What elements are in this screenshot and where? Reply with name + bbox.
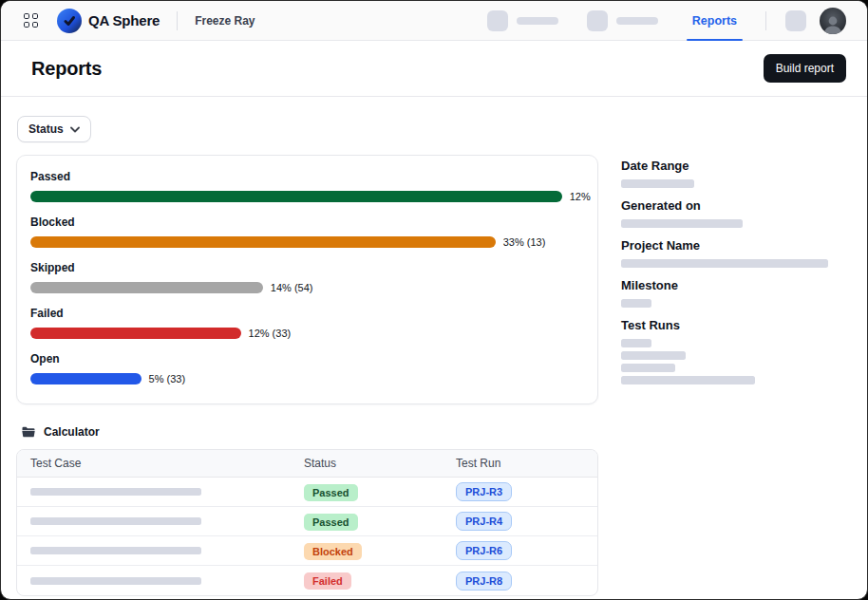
nav-placeholder-label bbox=[517, 17, 558, 25]
chart-bar-passed bbox=[30, 191, 562, 202]
navbar-divider bbox=[765, 11, 766, 30]
nav-placeholder-item[interactable] bbox=[587, 10, 658, 31]
status-filter-label: Status bbox=[28, 122, 64, 136]
active-tab-underline bbox=[687, 39, 743, 42]
detail-label: Milestone bbox=[621, 278, 852, 292]
app-window: QA Sphere Freeze Ray Reports bbox=[0, 0, 868, 600]
status-badge: Failed bbox=[304, 572, 351, 590]
placeholder-value bbox=[621, 364, 675, 372]
table-row: Failed PRJ-R8 bbox=[17, 566, 597, 595]
nav-placeholder-button[interactable] bbox=[785, 10, 806, 31]
chart-value-label: 5% (33) bbox=[149, 373, 186, 384]
detail-section-generated-on: Generated on bbox=[621, 198, 852, 228]
detail-label: Test Runs bbox=[621, 318, 852, 332]
status-badge: Passed bbox=[304, 514, 358, 531]
test-run-link[interactable]: PRJ-R8 bbox=[456, 572, 512, 591]
project-name[interactable]: Freeze Ray bbox=[195, 14, 255, 28]
qa-sphere-logo-icon[interactable] bbox=[57, 9, 82, 33]
nav-placeholder-icon bbox=[487, 10, 508, 31]
column-header-test-case: Test Case bbox=[30, 457, 304, 470]
user-avatar[interactable] bbox=[820, 8, 846, 34]
page-title: Reports bbox=[31, 58, 102, 80]
chart-category-label: Blocked bbox=[30, 216, 584, 229]
status-badge: Blocked bbox=[304, 543, 362, 560]
test-case-placeholder bbox=[30, 488, 201, 496]
table-row: Blocked PRJ-R6 bbox=[17, 536, 597, 566]
page-header: Reports Build report bbox=[1, 41, 867, 97]
chart-bar-group: Passed 12% bbox=[30, 170, 584, 202]
detail-label: Date Range bbox=[621, 159, 852, 173]
placeholder-value bbox=[621, 219, 743, 228]
placeholder-value bbox=[621, 179, 694, 188]
chart-bar-group: Skipped 14% (54) bbox=[30, 261, 584, 293]
placeholder-value bbox=[621, 299, 651, 308]
test-cases-table: Test Case Status Test Run Passed PRJ-R3 … bbox=[16, 449, 598, 596]
placeholder-value bbox=[621, 259, 828, 268]
report-details-panel: Date Range Generated on Project Name Mil… bbox=[621, 155, 852, 395]
placeholder-value bbox=[621, 376, 755, 384]
detail-section-test-runs: Test Runs bbox=[621, 318, 852, 384]
detail-section-milestone: Milestone bbox=[621, 278, 852, 308]
nav-link-reports[interactable]: Reports bbox=[687, 1, 743, 40]
column-header-status: Status bbox=[304, 457, 456, 470]
chart-category-label: Open bbox=[30, 352, 584, 366]
chart-category-label: Passed bbox=[30, 170, 584, 183]
chart-bar-group: Open 5% (33) bbox=[30, 352, 584, 384]
status-filter-dropdown[interactable]: Status bbox=[17, 116, 91, 142]
chart-bar-group: Failed 12% (33) bbox=[30, 307, 584, 339]
nav-placeholder-label bbox=[616, 17, 658, 25]
chart-value-label: 12% bbox=[570, 191, 591, 202]
folder-icon bbox=[22, 426, 35, 438]
chart-bar-blocked bbox=[30, 236, 496, 248]
table-header-row: Test Case Status Test Run bbox=[17, 450, 597, 478]
detail-label: Project Name bbox=[621, 238, 852, 253]
chart-bar-open bbox=[30, 373, 142, 384]
chart-bar-failed bbox=[30, 328, 241, 339]
test-case-placeholder bbox=[30, 547, 201, 554]
build-report-button[interactable]: Build report bbox=[764, 54, 846, 83]
navbar-divider bbox=[177, 11, 178, 30]
test-run-link[interactable]: PRJ-R6 bbox=[456, 541, 512, 560]
test-case-placeholder bbox=[30, 517, 201, 525]
status-chart-card: Passed 12% Blocked 33% (13) Skipped bbox=[16, 155, 598, 404]
chart-value-label: 12% (33) bbox=[249, 328, 292, 339]
placeholder-value bbox=[621, 351, 686, 360]
results-section-header: Calculator bbox=[16, 425, 852, 439]
test-run-link[interactable]: PRJ-R3 bbox=[456, 482, 512, 501]
detail-label: Generated on bbox=[621, 198, 852, 213]
chevron-down-icon bbox=[70, 126, 80, 133]
chart-bar-skipped bbox=[30, 282, 263, 293]
filter-bar: Status bbox=[16, 116, 852, 142]
nav-placeholder-item[interactable] bbox=[487, 10, 558, 31]
test-run-link[interactable]: PRJ-R4 bbox=[456, 512, 512, 531]
navbar-right-group: Reports bbox=[487, 1, 846, 40]
table-row: Passed PRJ-R4 bbox=[17, 507, 597, 536]
chart-value-label: 33% (13) bbox=[503, 236, 546, 248]
chart-category-label: Failed bbox=[30, 307, 584, 320]
page-content: Status Passed 12% Blocked bbox=[1, 97, 867, 596]
apps-grid-icon[interactable] bbox=[24, 13, 38, 28]
placeholder-value bbox=[621, 339, 651, 347]
status-badge: Passed bbox=[304, 484, 358, 501]
detail-section-date-range: Date Range bbox=[621, 159, 852, 188]
chart-category-label: Skipped bbox=[30, 261, 584, 274]
column-header-test-run: Test Run bbox=[456, 457, 597, 470]
chart-bar-group: Blocked 33% (13) bbox=[30, 216, 584, 248]
nav-placeholder-icon bbox=[587, 10, 608, 31]
brand-wordmark[interactable]: QA Sphere bbox=[88, 12, 160, 28]
results-section-title: Calculator bbox=[44, 425, 100, 439]
top-navbar: QA Sphere Freeze Ray Reports bbox=[1, 1, 867, 41]
test-case-placeholder bbox=[30, 577, 201, 585]
chart-value-label: 14% (54) bbox=[271, 282, 313, 293]
detail-section-project-name: Project Name bbox=[621, 238, 852, 268]
nav-link-reports-label: Reports bbox=[692, 14, 737, 28]
table-row: Passed PRJ-R3 bbox=[17, 478, 597, 507]
